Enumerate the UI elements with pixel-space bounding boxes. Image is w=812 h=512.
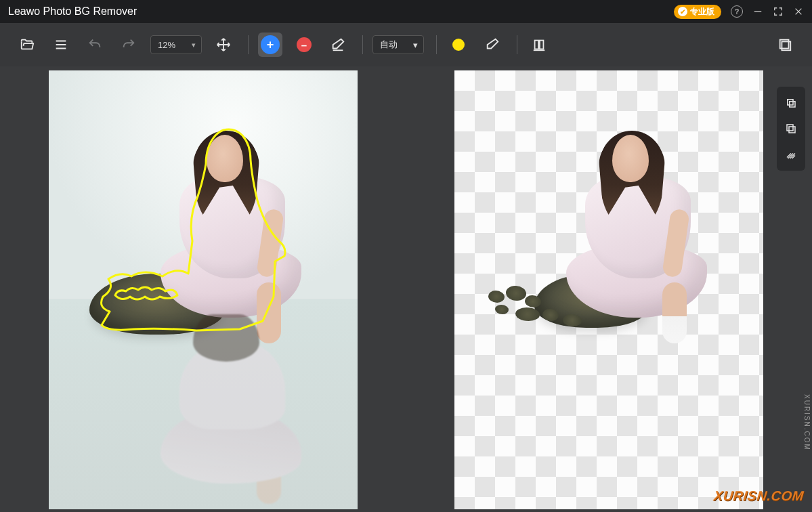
- watermark: XURISN.COM: [713, 488, 805, 504]
- color-swatch-icon: [452, 39, 465, 51]
- result-rock-fragment: [525, 295, 541, 307]
- crop-align-button[interactable]: [527, 33, 551, 57]
- svg-rect-15: [789, 127, 795, 133]
- separator: [362, 35, 363, 54]
- photo-reflection: [154, 328, 309, 504]
- open-file-button[interactable]: [15, 33, 39, 57]
- svg-rect-8: [540, 41, 544, 49]
- chevron-down-icon: ▾: [413, 40, 418, 50]
- minus-circle-icon: –: [297, 37, 312, 52]
- maximize-button[interactable]: [773, 6, 784, 17]
- pro-badge-label: 专业版: [690, 6, 714, 18]
- color-fill-button[interactable]: [446, 33, 471, 57]
- result-subject: [559, 135, 715, 324]
- svg-rect-13: [790, 102, 795, 107]
- mark-keep-button[interactable]: +: [258, 33, 282, 57]
- plus-circle-icon: +: [261, 35, 280, 54]
- side-duplicate-button[interactable]: [779, 116, 803, 141]
- eraser-outline-button[interactable]: [480, 33, 505, 57]
- move-tool-button[interactable]: [211, 33, 236, 57]
- help-icon[interactable]: ?: [731, 5, 743, 18]
- watermark-vertical: XURISN.COM: [803, 394, 811, 451]
- app-title: Leawo Photo BG Remover: [8, 5, 137, 18]
- titlebar: Leawo Photo BG Remover ✔ 专业版 ?: [0, 0, 812, 23]
- zoom-value: 12%: [158, 40, 175, 50]
- mark-remove-button[interactable]: –: [292, 33, 316, 57]
- undo-button[interactable]: [83, 33, 107, 57]
- result-rock-fragment: [488, 291, 505, 303]
- side-copy-button[interactable]: [779, 91, 803, 115]
- svg-rect-14: [787, 125, 793, 131]
- close-button[interactable]: [793, 6, 804, 17]
- original-image-panel[interactable]: [49, 70, 358, 509]
- menu-button[interactable]: [49, 33, 73, 57]
- pro-badge[interactable]: ✔ 专业版: [674, 5, 721, 19]
- separator: [517, 35, 517, 54]
- result-image-panel[interactable]: [454, 70, 763, 509]
- svg-rect-7: [535, 41, 539, 49]
- side-tool-panel: [777, 87, 805, 171]
- toolbar: 12% ▾ + – 自动 ▾: [0, 23, 812, 66]
- mode-select[interactable]: 自动 ▾: [372, 35, 424, 54]
- result-rock-fragment: [495, 305, 509, 314]
- result-rock-fragment: [542, 309, 559, 321]
- svg-rect-12: [788, 100, 793, 105]
- separator: [436, 35, 437, 54]
- side-texture-button[interactable]: [779, 142, 803, 167]
- pro-badge-icon: ✔: [678, 7, 687, 16]
- eraser-button[interactable]: [326, 33, 350, 57]
- photo-subject: [154, 135, 309, 324]
- separator: [248, 35, 249, 54]
- mode-value: 自动: [380, 39, 398, 51]
- workspace: XURISN.COM XURISN.COM: [0, 66, 812, 512]
- result-rock-fragment: [506, 286, 526, 301]
- minimize-button[interactable]: [752, 6, 763, 17]
- chevron-down-icon: ▾: [192, 41, 196, 49]
- zoom-select[interactable]: 12% ▾: [150, 35, 202, 54]
- redo-button[interactable]: [116, 33, 141, 57]
- result-rock-fragment: [515, 307, 540, 321]
- save-output-button[interactable]: [773, 33, 797, 57]
